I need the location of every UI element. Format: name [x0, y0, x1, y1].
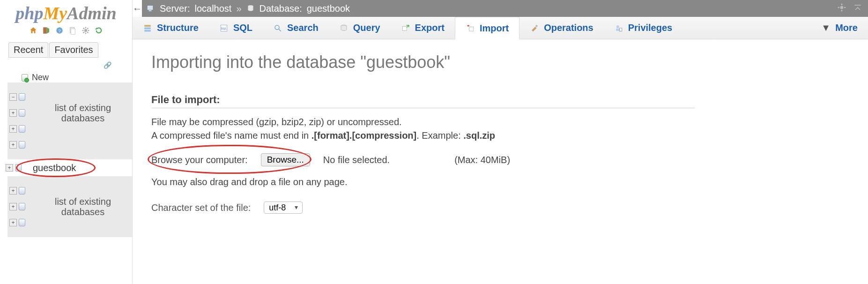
breadcrumb-server-value[interactable]: localhost [194, 3, 231, 14]
sidebar-link-toggle[interactable]: 🔗 [0, 61, 132, 71]
tree-expand-icon[interactable]: + [9, 219, 17, 226]
database-icon [19, 203, 25, 210]
database-icon [19, 187, 25, 194]
privileges-icon [614, 23, 623, 33]
svg-rect-25 [144, 30, 151, 31]
tab-query[interactable]: Query [329, 17, 391, 39]
breadcrumb: ← Server: localhost » Database: guestboo… [133, 0, 868, 17]
svg-rect-4 [71, 29, 75, 34]
tree-expand-icon[interactable]: + [6, 164, 13, 172]
settings-gear-icon[interactable] [81, 25, 91, 36]
tab-export[interactable]: Export [391, 17, 455, 39]
tree-expand-icon[interactable]: + [9, 203, 17, 210]
hint-filename: A compressed file's name must end in .[f… [151, 130, 845, 141]
tab-more[interactable]: ▼ More [811, 17, 868, 39]
page-title: Importing into the database "guestbook" [151, 52, 845, 72]
svg-line-11 [87, 32, 88, 33]
tree-expand-icon[interactable]: + [9, 187, 17, 194]
max-size-label: (Max: 40MiB) [454, 155, 510, 165]
breadcrumb-db-value[interactable]: guestbook [307, 3, 350, 14]
svg-line-13 [87, 28, 88, 29]
section-header: File to import: [151, 94, 695, 108]
svg-point-28 [275, 25, 279, 30]
more-dropdown-icon: ▼ [821, 23, 831, 33]
tab-operations[interactable]: Operations [519, 17, 604, 39]
row-charset: Character set of the file: utf-8 [151, 202, 845, 214]
reload-icon[interactable] [94, 25, 104, 36]
search-icon [273, 23, 282, 33]
database-icon [246, 4, 255, 13]
tree-item-label: guestbook [30, 163, 76, 173]
home-icon[interactable] [28, 25, 38, 36]
browse-button[interactable]: Browse... [261, 153, 310, 166]
new-database-icon [22, 74, 28, 82]
tab-search[interactable]: Search [263, 17, 329, 39]
back-arrow-icon[interactable]: ← [133, 0, 142, 17]
tree-expand-icon[interactable]: + [9, 141, 17, 149]
svg-point-5 [84, 29, 87, 32]
svg-text:?: ? [58, 28, 61, 33]
svg-line-10 [83, 28, 84, 29]
sidebar: phpMyAdmin ? Recent Favorites 🔗 New [0, 0, 133, 284]
svg-rect-14 [148, 6, 153, 10]
docs-icon[interactable] [67, 25, 78, 36]
tab-structure[interactable]: Structure [133, 17, 209, 39]
collapse-top-icon[interactable] [853, 3, 862, 15]
file-selected-status: No file selected. [323, 155, 390, 165]
tab-recent[interactable]: Recent [8, 42, 48, 58]
hint-dragdrop: You may also drag and drop a file on any… [151, 177, 845, 187]
svg-rect-24 [144, 27, 151, 29]
main-column: ← Server: localhost » Database: guestboo… [133, 0, 868, 284]
db-placeholder-label: list of existing databases [34, 196, 132, 217]
sidebar-tabs: Recent Favorites [0, 40, 132, 61]
query-icon [339, 23, 349, 33]
database-icon [19, 219, 25, 226]
help-icon[interactable]: ? [54, 25, 65, 36]
database-icon [19, 141, 25, 149]
database-icon [19, 125, 25, 133]
database-icon [15, 164, 22, 172]
tree-collapse-icon[interactable]: − [9, 93, 17, 101]
structure-icon [143, 23, 152, 33]
sql-icon: SQL [219, 23, 229, 33]
breadcrumb-server-label: Server: [160, 3, 190, 14]
tree-item-guestbook[interactable]: + guestbook [4, 159, 132, 176]
import-icon [466, 24, 475, 33]
database-icon [19, 93, 25, 101]
breadcrumb-sep: » [236, 3, 241, 14]
tree-block-2: + + list of existing databases + [7, 176, 132, 237]
link-chain-icon: 🔗 [104, 61, 111, 69]
tab-import[interactable]: Import [455, 17, 519, 39]
svg-point-17 [840, 6, 844, 9]
db-tree: New − + list of existing databases [0, 71, 132, 237]
svg-rect-0 [43, 27, 47, 34]
svg-rect-32 [469, 27, 474, 31]
tab-favorites[interactable]: Favorites [49, 42, 98, 58]
svg-line-12 [83, 32, 84, 33]
tree-expand-icon[interactable]: + [9, 125, 17, 133]
database-icon [19, 109, 25, 117]
svg-rect-31 [402, 26, 407, 30]
tree-new-db[interactable]: New [4, 73, 132, 82]
svg-point-33 [535, 25, 538, 27]
charset-label: Character set of the file: [151, 202, 251, 213]
svg-point-34 [616, 25, 619, 28]
exit-icon[interactable] [41, 25, 52, 36]
tabbar: Structure SQL SQL Search Query Export Im… [133, 17, 868, 39]
svg-line-29 [279, 29, 281, 31]
charset-select[interactable]: utf-8 [264, 202, 303, 214]
tree-new-label: New [32, 73, 49, 82]
phpmyadmin-logo: phpMyAdmin [0, 0, 132, 24]
tab-sql[interactable]: SQL SQL [209, 17, 263, 39]
svg-rect-36 [619, 28, 622, 31]
tab-privileges[interactable]: Privileges [604, 17, 683, 39]
tree-expand-icon[interactable]: + [9, 109, 17, 117]
svg-rect-15 [149, 10, 152, 11]
hint-compression: File may be compressed (gzip, bzip2, zip… [151, 117, 845, 127]
svg-text:SQL: SQL [221, 27, 227, 30]
row-browse: Browse your computer: Browse... No file … [151, 153, 845, 166]
settings-gear-icon[interactable] [837, 3, 846, 15]
export-icon [401, 23, 410, 33]
operations-icon [530, 23, 539, 33]
svg-rect-35 [616, 28, 620, 30]
